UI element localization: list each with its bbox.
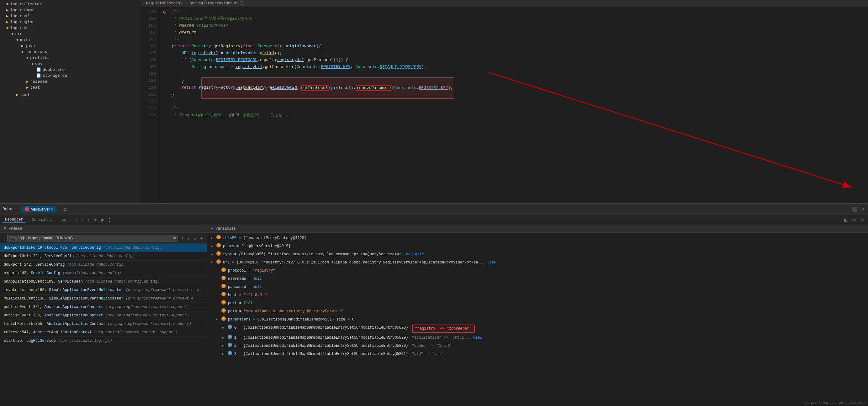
code-area[interactable]: /** * 根据invoker的地址获取registry实例 * @param …	[169, 7, 868, 201]
frames-icon: ≡	[4, 227, 6, 231]
expand-arrow[interactable]: ▼	[211, 259, 215, 266]
code-line-185: URL registryUrl = originInvoker.getUrl()…	[172, 50, 868, 57]
folder-icon: ▶	[16, 93, 19, 97]
breakpoint-marker[interactable]: @	[160, 8, 169, 15]
var-item-param-0[interactable]: ▶ ≡ 0 = {Collections$UnmodifiableMap$Unm…	[207, 324, 868, 334]
var-type-icon: 🔶	[221, 268, 226, 272]
tree-item-test-profiles[interactable]: ▶ test	[0, 84, 141, 91]
var-item-param-3[interactable]: ▶ ≡ 3 = {Collections$UnmodifiableMap$Unm…	[207, 350, 868, 358]
settings2-button[interactable]: ⚙	[851, 217, 857, 223]
var-item-url[interactable]: ▼ 🔶 url = {URL@4118} "registry://127.0.0…	[207, 259, 868, 267]
tree-item-log-common[interactable]: ▶ log-common	[0, 7, 141, 13]
main-server-tab[interactable]: 🔴 MainServer ×	[21, 206, 57, 212]
frame-item[interactable]: export:143, ServiceConfig (com.alibaba.d…	[0, 269, 207, 277]
step-over-button[interactable]: ⇒	[61, 217, 67, 223]
expand-arrow	[216, 284, 220, 290]
code-line-187: String protocol = registryUrl.getParamet…	[172, 64, 868, 70]
tab-console[interactable]: Console ↵	[29, 217, 55, 223]
expand-arrow	[216, 276, 220, 282]
var-item-proxy[interactable]: ▶ 🔶 proxy = {LogQueryService@4019}	[207, 242, 868, 250]
expand-arrow[interactable]: ▶	[211, 243, 215, 249]
tree-item-src[interactable]: ▼ src	[0, 31, 141, 37]
tab-close[interactable]: ×	[51, 207, 53, 211]
frame-item[interactable]: start:25, LogRpcService (com.yzxie.easy.…	[0, 337, 207, 345]
frame-item[interactable]: doExport:242, ServiceConfig (com.alibaba…	[0, 261, 207, 269]
layout-button[interactable]: ⊞	[843, 217, 849, 223]
expand-arrow[interactable]: ▶	[211, 251, 215, 258]
code-line-192	[172, 98, 868, 105]
expand-button[interactable]: ⤢	[859, 217, 866, 223]
step-into-button[interactable]: ↓	[68, 217, 73, 223]
frame-item[interactable]: doExportUrls:281, ServiceConfig (com.ali…	[0, 252, 207, 261]
tab-debugger[interactable]: Debugger	[2, 217, 26, 223]
close-debug-button[interactable]: ×	[861, 206, 866, 212]
thread-down-button[interactable]: ↓	[186, 235, 191, 241]
var-item-password[interactable]: 🔶 password = null	[207, 283, 868, 291]
view-link2[interactable]: View	[473, 335, 482, 341]
var-item-protocol[interactable]: 🔶 protocol = "registry"	[207, 267, 868, 275]
frame-item[interactable]: invokeListener:166, SimpleApplicationEve…	[0, 286, 207, 295]
evaluate-button[interactable]: ⟳	[92, 217, 98, 223]
frame-item[interactable]: publishEvent:335, AbstractApplicationCon…	[0, 311, 207, 320]
var-item-type[interactable]: ▶ 🔶 type = {Class@3895} "interface com.y…	[207, 250, 868, 259]
var-item-path[interactable]: 🔶 path = "com.alibaba.dubbo.registry.Reg…	[207, 307, 868, 315]
expand-arrow[interactable]: ▶	[222, 351, 226, 357]
breadcrumb-method: getRegistedProviderUrl()	[189, 1, 244, 6]
tree-item-dubbo-props[interactable]: 📄 dubbo.pro	[0, 67, 141, 73]
tree-item-label: log-collector	[10, 2, 42, 7]
frame-item[interactable]: onApplicationEvent:109, ServiceBean (com…	[0, 277, 207, 286]
file-icon: 📄	[36, 67, 41, 72]
tree-item-test-main[interactable]: ▶ test	[0, 92, 141, 98]
tree-item-main[interactable]: ▼ main	[0, 37, 141, 43]
frame-item[interactable]: doExportUrlsFor1Protocol:485, ServiceCon…	[0, 244, 207, 252]
settings-button[interactable]: ⚙	[62, 206, 68, 212]
var-type-icon: 🔶	[221, 316, 226, 321]
expand-arrow[interactable]: ▶	[222, 325, 226, 331]
view-link[interactable]: View	[487, 259, 496, 266]
tree-item-resources[interactable]: ▼ resources	[0, 49, 141, 55]
restore-button[interactable]: ⬛	[851, 206, 859, 212]
tree-item-label: test	[20, 93, 30, 97]
var-item-host[interactable]: 🔶 host = "127.0.0.1"	[207, 291, 868, 299]
tree-item-java[interactable]: ▶ java	[0, 43, 141, 49]
thread-filter-button[interactable]: ▽	[192, 235, 198, 241]
expand-arrow[interactable]: ▶	[222, 335, 226, 341]
frame-item[interactable]: multicastEvent:138, SimpleApplicationEve…	[0, 295, 207, 303]
frame-item[interactable]: refresh:541, AbstractApplicationContext …	[0, 328, 207, 337]
calc-button[interactable]: #	[100, 217, 105, 223]
code-breadcrumb: RegistryProtocol › getRegistedProviderUr…	[141, 0, 868, 7]
var-item-param-2[interactable]: ▶ ≡ 2 = {Collections$UnmodifiableMap$Unm…	[207, 342, 868, 350]
step-out-button[interactable]: ↑	[74, 217, 79, 223]
var-item-this0[interactable]: ▶ 🔶 this$0 = {JavassistProxyFactory@4120…	[207, 234, 868, 242]
tree-item-log-conf[interactable]: ▶ log-conf	[0, 13, 141, 19]
more-button[interactable]: ⋮	[106, 217, 113, 223]
thread-select[interactable]: "main"@1 in group "main": RUNNING	[7, 235, 178, 241]
tree-item-storage-du[interactable]: 📄 storage_du	[0, 73, 141, 79]
expand-arrow[interactable]: ▶	[222, 343, 226, 349]
tree-item-profiles[interactable]: ▼ profiles	[0, 55, 141, 61]
var-item-port[interactable]: 🔶 port = 2181	[207, 299, 868, 307]
var-item-param-1[interactable]: ▶ ≡ 1 = {Collections$UnmodifiableMap$Unm…	[207, 334, 868, 342]
navigate-link[interactable]: Navigate	[406, 251, 424, 258]
tree-item-log-rpc[interactable]: ▼ log-rpc	[0, 25, 141, 31]
var-item-parameters[interactable]: ▼ 🔶 parameters = {Collections$Unmodifiab…	[207, 315, 868, 324]
tree-item-log-engine[interactable]: ▶ log-engine	[0, 19, 141, 25]
expand-arrow[interactable]: ▼	[216, 316, 220, 323]
frame-item[interactable]: finishRefresh:855, AbstractApplicationCo…	[0, 320, 207, 328]
tree-item-label: dubbo.pro	[43, 67, 65, 72]
frame-item[interactable]: publishEvent:381, AbstractApplicationCon…	[0, 303, 207, 311]
expand-arrow	[216, 308, 220, 314]
code-line-183: */	[172, 36, 868, 43]
variables-list[interactable]: ▶ 🔶 this$0 = {JavassistProxyFactory@4120…	[207, 233, 868, 406]
tree-item-release[interactable]: ▶ release	[0, 79, 141, 84]
step-out2-button[interactable]: ↑	[80, 217, 85, 223]
tree-item-dev[interactable]: ▼ dev	[0, 61, 141, 67]
tree-item-label: log-engine	[10, 20, 34, 25]
thread-up-button[interactable]: ↑	[180, 235, 185, 241]
code-line-181: * @param originInvoker	[172, 22, 868, 29]
var-item-username[interactable]: 🔶 username = null	[207, 275, 868, 283]
run-cursor-button[interactable]: ↑	[86, 217, 91, 223]
tree-item-log-collector[interactable]: ▼ log-collector	[0, 1, 141, 7]
expand-arrow[interactable]: ▶	[211, 235, 215, 241]
thread-add-button[interactable]: +	[199, 235, 204, 241]
